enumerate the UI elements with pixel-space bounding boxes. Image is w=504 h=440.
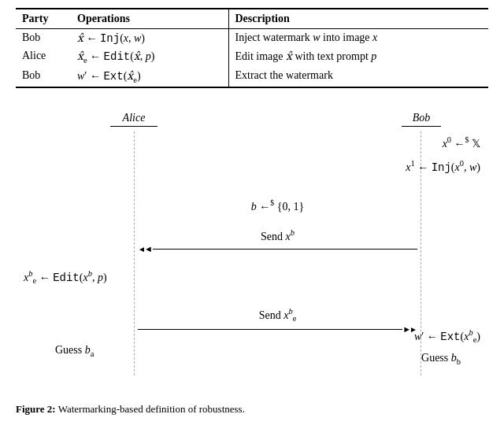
operations-table: Party Operations Description Bob x̂ ← In… [16,8,488,88]
send-xeb-label: Send xbe [259,307,297,323]
bob-guess: Guess bb [421,352,461,366]
party-cell: Alice [16,47,71,67]
ops-cell: x̂e ← Edit(x̂, p) [71,47,228,67]
send-xeb-arrow: ► [138,324,417,334]
desc-cell: Extract the watermark [228,67,488,87]
caption-text: Watermarking-based definition of robustn… [58,403,245,415]
col-header-description: Description [228,9,488,29]
table-row: Alice x̂e ← Edit(x̂, p) Edit image x̂ wi… [16,47,488,67]
bob-extract: w′ ← Ext(xbe) [414,328,480,344]
party-cell: Bob [16,29,71,48]
b-chosen-label: b ←$ {0, 1} [251,198,304,213]
send-xb-arrow: ◄ [138,244,417,253]
b-chosen-section: b ←$ {0, 1} [138,198,417,215]
send-xb-label: Send xb [261,228,295,243]
alice-label: Alice [110,112,158,127]
ops-cell: x̂ ← Inj(x, w) [71,29,228,48]
protocol-diagram: Alice Bob x0 ←$ 𝕏 x1 ← Inj(x0, w) b ←$ {… [16,112,488,395]
col-header-operations: Operations [71,9,228,29]
send-xb-section: Send xb ◄ [138,228,417,254]
table-row: Bob x̂ ← Inj(x, w) Inject watermark w in… [16,29,488,48]
figure-caption: Figure 2: Watermarking-based definition … [16,403,488,416]
send-xeb-section: Send xbe ► [138,307,417,334]
desc-cell: Inject watermark w into image x [228,29,488,48]
alice-guess: Guess ba [55,344,94,358]
operations-table-section: Party Operations Description Bob x̂ ← In… [16,8,488,88]
alice-timeline [134,131,135,375]
bob-label: Bob [402,112,441,127]
table-row: Bob w′ ← Ext(x̂e) Extract the watermark [16,67,488,87]
alice-edit-step: xbe ← Edit(xb, p) [24,269,107,285]
bob-inject: x1 ← Inj(x0, w) [406,159,480,174]
ops-cell: w′ ← Ext(x̂e) [71,67,228,87]
bob-initial-sample: x0 ←$ 𝕏 [443,135,480,150]
desc-cell: Edit image x̂ with text prompt p [228,47,488,67]
col-header-party: Party [16,9,71,29]
party-cell: Bob [16,67,71,87]
